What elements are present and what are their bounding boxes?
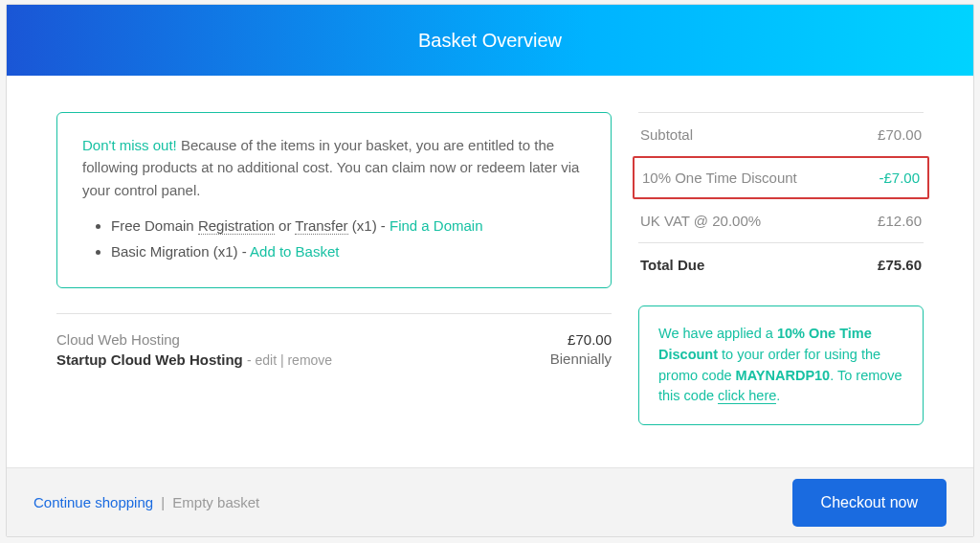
offer-list: Free Domain Registration or Transfer (x1… [111,215,586,263]
summary-vat-row: UK VAT @ 20.00% £12.60 [638,199,924,243]
summary-label: Subtotal [640,126,693,143]
basket-item-price: £70.00 [550,331,612,348]
remove-item-link[interactable]: remove [287,352,332,368]
footer-bar: Continue shopping | Empty basket Checkou… [7,467,973,536]
summary-subtotal-row: Subtotal £70.00 [638,113,924,157]
summary-label: Total Due [640,257,704,273]
summary-value: £75.60 [878,257,922,273]
summary-value: £70.00 [878,126,922,143]
basket-item-period: Biennially [550,351,612,367]
summary-value: -£7.00 [879,170,920,186]
page-title: Basket Overview [418,30,562,52]
summary-discount-row: 10% One Time Discount -£7.00 [633,156,929,199]
basket-category: Cloud Web Hosting [56,331,332,348]
promo-applied-box: We have applied a 10% One Time Discount … [638,305,924,425]
continue-shopping-link[interactable]: Continue shopping [33,494,153,510]
page-header: Basket Overview [7,5,973,76]
order-summary: Subtotal £70.00 10% One Time Discount -£… [638,112,924,286]
empty-basket-link[interactable]: Empty basket [172,494,259,510]
basket-item-row: Cloud Web Hosting Startup Cloud Web Host… [56,313,612,368]
entitlement-offer-box: Don't miss out! Because of the items in … [56,112,612,288]
add-to-basket-link[interactable]: Add to Basket [250,243,339,260]
summary-label: UK VAT @ 20.00% [640,213,761,229]
offer-item-migration: Basic Migration (x1) - Add to Basket [111,240,586,262]
find-a-domain-link[interactable]: Find a Domain [390,217,483,234]
summary-value: £12.60 [878,213,922,229]
summary-total-row: Total Due £75.60 [638,243,924,286]
summary-label: 10% One Time Discount [642,170,797,186]
transfer-link[interactable]: Transfer [295,217,347,235]
checkout-button[interactable]: Checkout now [792,479,947,527]
edit-item-link[interactable]: edit [255,352,277,368]
promo-code: MAYNARDP10 [736,368,831,383]
basket-product-name: Startup Cloud Web Hosting [56,351,243,368]
registration-link[interactable]: Registration [198,217,275,235]
offer-lead: Don't miss out! [82,137,177,153]
offer-item-domain: Free Domain Registration or Transfer (x1… [111,215,586,237]
remove-promo-link[interactable]: click here [718,388,776,404]
